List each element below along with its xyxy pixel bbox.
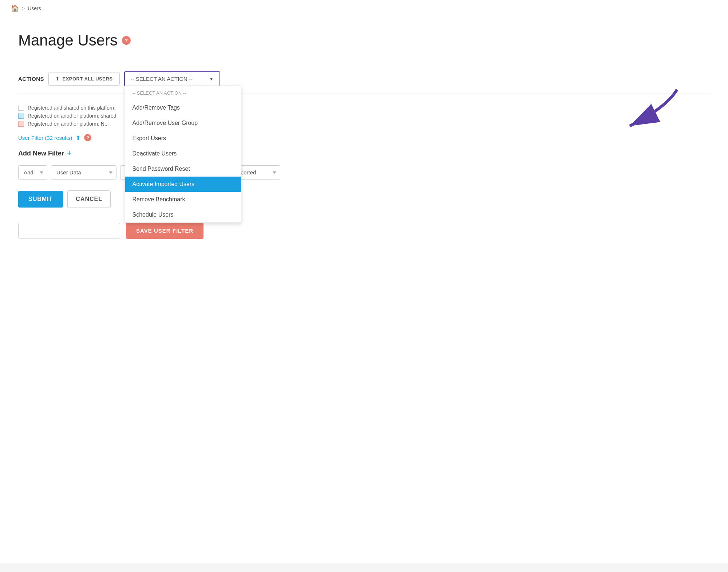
dropdown-item-add-remove-group[interactable]: Add/Remove User Group [125,115,241,131]
legend-item-blue: Registered on another platform; shared [18,113,710,119]
legend-checkbox-blue [18,113,24,119]
dropdown-item-export-users[interactable]: Export Users [125,131,241,146]
main-content: Manage Users ? ACTIONS ⬆ EXPORT ALL USER… [0,17,728,563]
toolbar-row: ACTIONS ⬆ EXPORT ALL USERS -- SELECT AN … [18,64,710,94]
submit-button[interactable]: SUBMIT [18,191,63,208]
chevron-down-icon: ▼ [209,76,214,82]
export-icon: ⬆ [55,76,60,82]
legend-checkbox-default [18,105,24,111]
filter-category-select[interactable]: User Data [51,165,116,180]
page-help-icon[interactable]: ? [122,36,131,45]
legend-label-default: Registered and shared on this platform [28,105,115,111]
select-action-wrapper: -- SELECT AN ACTION -- ▼ -- SELECT AN AC… [124,71,220,86]
breadcrumb-current: Users [28,5,41,11]
add-filter-row: Add New Filter + [18,149,710,158]
legend-item-pink: Registered on another platform; N... [18,121,710,127]
home-icon[interactable]: 🏠 [11,4,19,12]
select-action-label: -- SELECT AN ACTION -- [131,76,193,82]
actions-label: ACTIONS [18,76,44,82]
legend-label-pink: Registered on another platform; N... [28,121,109,127]
legend-section: Registered and shared on this platform R… [18,105,710,127]
user-filter-row: User Filter (32 results) ⬆ ? [18,134,710,141]
page-title: Manage Users [18,32,118,49]
select-action-button[interactable]: -- SELECT AN ACTION -- ▼ [125,72,219,86]
dropdown-item-send-password-reset[interactable]: Send Password Reset [125,161,241,177]
filter-and-select[interactable]: And Or [18,165,47,180]
breadcrumb-separator: > [22,5,25,11]
export-all-users-button[interactable]: ⬆ EXPORT ALL USERS [48,72,120,86]
action-dropdown-menu: -- SELECT AN ACTION -- Add/Remove Tags A… [125,86,241,223]
breadcrumb-bar: 🏠 > Users [0,0,728,17]
dropdown-item-activate-imported[interactable]: Activate Imported Users [125,177,241,192]
cancel-button[interactable]: CANCEL [67,190,111,208]
filter-name-input[interactable] [18,223,120,238]
dropdown-item-deactivate-users[interactable]: Deactivate Users [125,146,241,161]
save-user-filter-button[interactable]: SAVE USER FILTER [126,222,203,239]
dropdown-item-select-action[interactable]: -- SELECT AN ACTION -- [125,86,241,100]
legend-label-blue: Registered on another platform; shared [28,113,116,119]
filter-help-icon[interactable]: ? [84,134,91,141]
legend-item-default: Registered and shared on this platform [18,105,710,111]
add-filter-label: Add New Filter [18,150,64,157]
filter-upload-icon[interactable]: ⬆ [76,134,80,141]
page-title-row: Manage Users ? [18,32,710,49]
action-buttons-row: SUBMIT CANCEL [18,190,710,208]
legend-checkbox-pink [18,121,24,127]
dropdown-item-remove-benchmark[interactable]: Remove Benchmark [125,192,241,207]
user-filter-link[interactable]: User Filter (32 results) [18,135,72,141]
dropdown-item-schedule-users[interactable]: Schedule Users [125,207,241,222]
dropdown-item-add-remove-tags[interactable]: Add/Remove Tags [125,100,241,115]
filter-controls: And Or User Data User Status is imported [18,165,710,180]
add-filter-plus-icon[interactable]: + [67,149,72,158]
save-filter-row: SAVE USER FILTER [18,222,710,239]
export-btn-label: EXPORT ALL USERS [63,76,113,82]
